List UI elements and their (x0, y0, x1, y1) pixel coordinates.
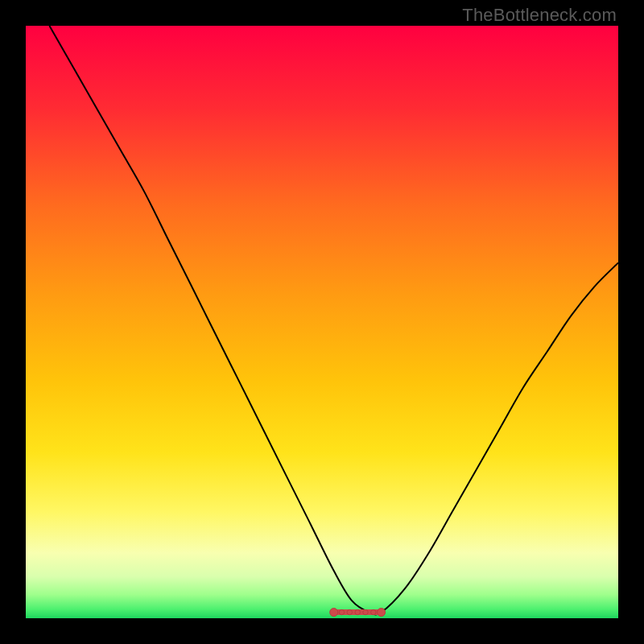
chart-frame: TheBottleneck.com (0, 0, 644, 644)
svg-point-1 (330, 609, 338, 617)
svg-point-3 (347, 609, 352, 614)
watermark-text: TheBottleneck.com (462, 5, 617, 26)
svg-point-5 (363, 609, 368, 614)
plot-area (26, 26, 618, 618)
svg-point-7 (378, 609, 386, 617)
bottleneck-curve (49, 26, 618, 614)
curve-layer (26, 26, 618, 618)
optimal-range-marker (330, 609, 386, 617)
svg-point-4 (355, 609, 360, 614)
svg-point-6 (371, 609, 376, 614)
svg-point-2 (339, 609, 344, 614)
